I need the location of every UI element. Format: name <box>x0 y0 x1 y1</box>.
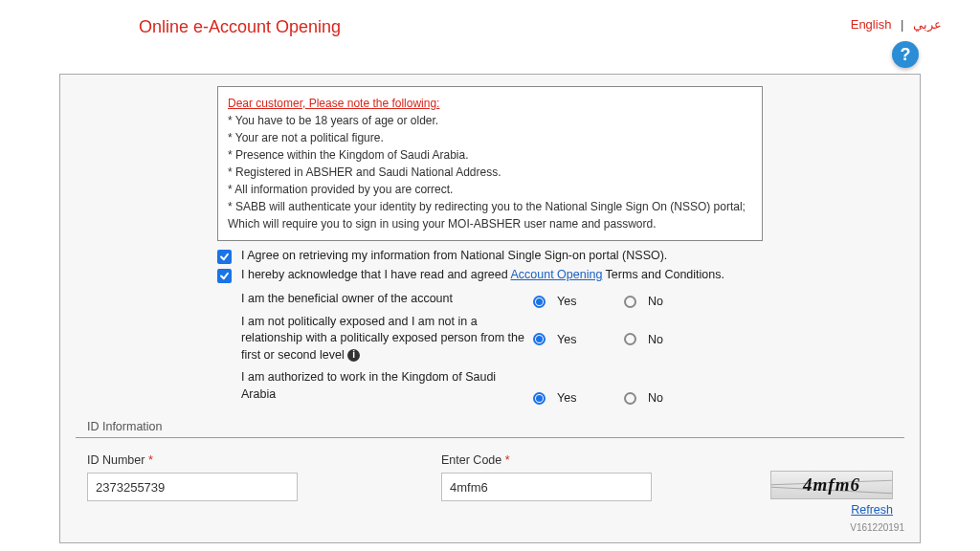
notice-box: Dear customer, Please note the following… <box>217 86 763 241</box>
notice-bullet: * Presence within the Kingdom of Saudi A… <box>228 146 752 164</box>
consent-nsso-label: I Agree on retrieving my information fro… <box>241 249 667 262</box>
enter-code-label: Enter Code * <box>441 453 652 467</box>
captcha-image: 4mfm6 <box>770 471 893 499</box>
q1-yes-radio[interactable] <box>533 296 546 308</box>
notice-bullet: * SABB will authenticate your identity b… <box>228 198 752 232</box>
no-label: No <box>648 295 663 308</box>
question-beneficial-owner: I am the beneficial owner of the account <box>241 291 533 308</box>
consent-terms-label: I hereby acknowledge that I have read an… <box>241 268 724 281</box>
info-icon[interactable]: i <box>347 349 360 362</box>
question-politically-exposed: I am not politically exposed and I am no… <box>241 314 533 364</box>
account-opening-link[interactable]: Account Opening <box>510 268 602 281</box>
no-label: No <box>648 333 663 346</box>
page-title: Online e-Account Opening <box>139 17 341 37</box>
q2-no-radio[interactable] <box>624 333 636 345</box>
lang-arabic-link[interactable]: عربي <box>913 17 942 32</box>
notice-bullet: * You have to be 18 years of age or olde… <box>228 112 752 129</box>
lang-separator: | <box>901 17 903 32</box>
id-info-section-title: ID Information <box>87 420 904 433</box>
captcha-refresh-link[interactable]: Refresh <box>851 503 893 517</box>
consent-terms-checkbox[interactable] <box>217 269 232 283</box>
help-icon[interactable]: ? <box>892 41 919 68</box>
q1-no-radio[interactable] <box>624 296 636 308</box>
q3-yes-radio[interactable] <box>533 392 546 405</box>
notice-heading: Dear customer, Please note the following… <box>228 95 752 112</box>
yes-label: Yes <box>557 333 576 346</box>
consent-nsso-checkbox[interactable] <box>217 250 232 264</box>
section-divider <box>76 437 904 438</box>
yes-label: Yes <box>557 391 576 405</box>
question-authorized-work: I am authorized to work in the Kingdom o… <box>241 369 533 403</box>
no-label: No <box>648 391 663 405</box>
language-switch: English | عربي <box>851 17 942 32</box>
id-number-input[interactable] <box>87 473 298 501</box>
notice-bullet: * Registered in ABSHER and Saudi Nationa… <box>228 164 752 181</box>
version-text: V161220191 <box>76 522 904 533</box>
yes-label: Yes <box>557 295 576 308</box>
notice-bullet: * All information provided by you are co… <box>228 181 752 198</box>
q2-yes-radio[interactable] <box>533 333 546 345</box>
main-panel: Dear customer, Please note the following… <box>59 74 921 543</box>
id-number-label: ID Number * <box>87 453 298 467</box>
lang-english-link[interactable]: English <box>851 17 892 32</box>
captcha-code-input[interactable] <box>441 473 652 501</box>
notice-bullet: * Your are not a political figure. <box>228 129 752 146</box>
q3-no-radio[interactable] <box>624 392 636 405</box>
